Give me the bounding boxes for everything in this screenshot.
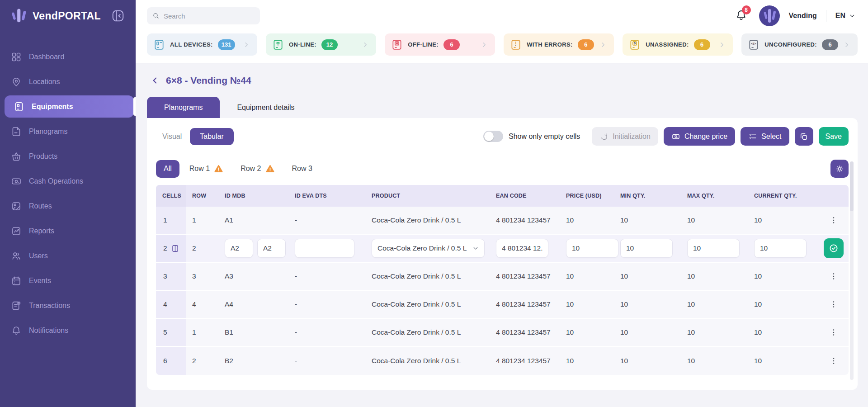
sidebar-item-notifications[interactable]: Notifications [0,319,136,341]
sidebar-item-label: Transactions [29,302,70,310]
id-eva-input[interactable] [295,239,354,258]
current-qty-value: 10 [748,300,816,308]
sidebar-item-dashboard[interactable]: Dashboard [0,46,136,68]
sidebar-item-reports[interactable]: Reports [0,220,136,242]
col-header-ean-code: EAN CODE [490,193,560,199]
planograms-card: Visual Tabular Show only empty cells Ini… [147,118,858,390]
filter-row-label: Row 2 [241,165,261,173]
row-number: 3 [186,272,218,280]
chip-unconfigured[interactable]: </> UNCONFIGURED: 6 [741,33,858,56]
col-header-max-qty: MAX QTY. [681,193,748,199]
split-cell-icon[interactable] [171,244,179,253]
table-row: 3 3 A3 - Coca-Cola Zero Drink / 0.5 L 4 … [156,263,849,291]
sidebar-item-transactions[interactable]: Transactions [0,294,136,317]
initialization-button[interactable]: Initialization [592,127,658,146]
sidebar-item-users[interactable]: Users [0,245,136,267]
search-input[interactable] [164,12,255,20]
cash-icon [11,176,22,187]
empty-cells-toggle[interactable] [483,131,503,142]
copy-button[interactable] [795,127,813,146]
chip-all-devices[interactable]: ALL DEVICES: 131 [147,33,257,56]
sidebar-item-equipments[interactable]: Equipments [5,95,134,118]
sidebar-item-label: Cash Operations [29,177,83,185]
price-value: 10 [560,216,614,224]
row-number: 1 [186,216,218,224]
copy-icon [799,132,808,141]
change-price-label: Change price [684,133,727,141]
vertical-scrollbar[interactable] [850,161,854,380]
id-mdb-input-1[interactable] [225,239,253,258]
row-menu-button[interactable] [825,267,843,285]
view-tab-tabular[interactable]: Tabular [190,128,233,145]
sidebar-item-routes[interactable]: Routes [0,195,136,217]
product-select[interactable]: Coca-Cola Zero Drink / 0.5 L [372,239,485,258]
table-settings-button[interactable] [830,160,849,178]
equipment-icon [14,101,24,112]
price-value: 10 [560,272,614,280]
chip-with-errors[interactable]: WITH ERRORS: 6 [504,33,614,56]
current-qty-value: 10 [748,272,816,280]
chevron-right-icon [243,41,250,48]
chip-count-badge: 131 [218,39,235,50]
min-qty-input[interactable] [620,239,673,258]
select-button[interactable]: Select [741,127,789,146]
col-header-min-qty: MIN QTY. [614,193,681,199]
chevron-right-icon [481,41,488,48]
min-qty-value: 10 [614,328,681,336]
price-value: 10 [560,357,614,365]
toolbar-actions: Show only empty cells Initialization Cha… [483,127,849,146]
ean-code: 4 801234 123457 [490,328,560,336]
sidebar-item-label: Users [29,252,48,260]
cell-number: 5 [163,328,167,336]
save-button[interactable]: Save [819,127,849,146]
sidebar-item-planograms[interactable]: Planograms [0,120,136,142]
row-menu-button[interactable] [825,211,843,229]
back-button[interactable] [151,76,160,85]
sidebar-item-cash-operations[interactable]: Cash Operations [0,170,136,192]
avatar[interactable] [759,5,780,26]
row-number: 1 [186,328,218,336]
sidebar-item-locations[interactable]: Locations [0,71,136,93]
price-input[interactable] [566,239,618,258]
row-menu-button[interactable] [825,323,843,341]
sidebar-item-label: Events [29,277,51,285]
notifications-button[interactable]: 8 [735,9,747,23]
ean-input[interactable] [496,239,548,258]
row-filter-bar: All Row 1 Row 2 Row 3 [156,160,849,178]
row-menu-button[interactable] [825,352,843,370]
filter-row-3[interactable]: Row 3 [285,165,320,173]
title-row: 6×8 - Vending №44 [147,75,858,86]
scrollbar-thumb[interactable] [850,161,854,211]
tab-planograms[interactable]: Planograms [147,97,220,118]
filter-all-button[interactable]: All [156,160,179,178]
min-qty-value: 10 [614,357,681,365]
chip-offline[interactable]: OFF-LINE: 6 [385,33,495,56]
confirm-row-button[interactable] [824,238,844,258]
devices-icon [153,39,165,51]
max-qty-value: 10 [681,357,748,365]
max-qty-input[interactable] [687,239,740,258]
chip-unassigned[interactable]: $ UNASSIGNED: 6 [623,33,733,56]
chip-online[interactable]: ON-LINE: 12 [266,33,376,56]
sidebar-nav: Dashboard Locations Equipments Planogram… [0,44,136,343]
filter-row-1[interactable]: Row 1 [182,164,231,174]
sidebar-item-events[interactable]: Events [0,270,136,292]
view-tab-visual[interactable]: Visual [156,133,190,141]
search-icon [152,12,160,20]
tab-equipment-details[interactable]: Equipment details [220,97,311,118]
language-selector[interactable]: EN [835,12,855,20]
sidebar-collapse-button[interactable] [110,8,126,24]
change-price-button[interactable]: Change price [664,127,735,146]
col-header-row: ROW [186,193,218,199]
chevron-down-icon [472,245,479,251]
filter-row-2[interactable]: Row 2 [233,164,282,174]
id-mdb-value: B1 [218,328,288,336]
kebab-menu-icon [829,272,838,281]
row-menu-button[interactable] [825,295,843,313]
bell-icon [11,325,22,336]
chip-label: UNASSIGNED: [646,41,689,48]
id-mdb-input-2[interactable] [257,239,286,258]
current-qty-input[interactable] [754,239,807,258]
sidebar-item-products[interactable]: Products [0,145,136,167]
price-value: 10 [560,300,614,308]
